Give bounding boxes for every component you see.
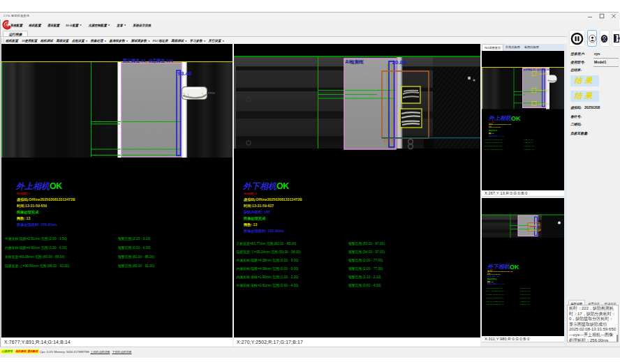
camera-title-lower: 外下相机 bbox=[243, 182, 276, 190]
user-button[interactable] bbox=[587, 30, 597, 47]
camera-panel-upper[interactable]: 固定阈值:93, 动态阈值:100 93.48 外上相机 OK NG光源1:1 … bbox=[1, 44, 232, 338]
comm-status-badge: 通讯断线 bbox=[27, 349, 39, 354]
log-output[interactable]: 耗时：222，缺陷检测耗时：17，缺陷分类耗时：0，缺陷提取分区耗时：显示图提取… bbox=[567, 305, 619, 342]
ai-rect-label: AI检测框 bbox=[346, 59, 364, 65]
pixel-coords-mini-upper: X:267;Y:13;R:0;G:0;B:0 bbox=[482, 190, 564, 197]
menu-item[interactable]: 通讯配置 ▾ bbox=[47, 24, 60, 27]
menu-item[interactable]: 系统语言切换 ▾ bbox=[133, 24, 151, 27]
model-field[interactable] bbox=[593, 61, 619, 67]
dropdown-arrow-icon: ▾ bbox=[148, 40, 149, 43]
menu-item[interactable]: 光源控制配置 ▾ bbox=[88, 24, 110, 27]
dropdown-arrow-icon: ▾ bbox=[204, 40, 205, 43]
toolbar-item[interactable]: 基准线参数 ▾ bbox=[109, 39, 128, 43]
ng-light-label-mid: NG光源1:0 bbox=[244, 192, 257, 195]
pause-icon bbox=[570, 32, 584, 45]
scene-background-left bbox=[1, 62, 117, 158]
camera-panel-lower[interactable]: AI检测框 20.88 N.6 L.8 外下相机 OK NG光源1:0 虚拟码:… bbox=[234, 44, 480, 338]
dropdown-arrow-icon: ▾ bbox=[186, 40, 187, 43]
toolbar-item[interactable]: 测试项参数 ▾ bbox=[131, 39, 149, 43]
toolbar-item[interactable]: 图像处理 ▾ bbox=[90, 39, 105, 43]
dropdown-arrow-icon: ▾ bbox=[80, 24, 82, 26]
threshold-label: 固定阈值:93, 动态阈值:100 bbox=[123, 58, 174, 63]
menu-item[interactable]: 查看 ▾ bbox=[117, 24, 126, 27]
dropdown-arrow-icon: ▾ bbox=[105, 40, 106, 43]
toolbar-item[interactable]: PLC地址表 ▾ bbox=[153, 39, 168, 43]
lower-camera-check-link[interactable]: 下相机点检结果 bbox=[112, 350, 132, 354]
log-scrollbar[interactable] bbox=[617, 335, 618, 342]
operator-button[interactable] bbox=[600, 30, 610, 47]
measure-value-blue-mid: 20.88 bbox=[392, 59, 407, 66]
camera-status-badge: 相机断线 bbox=[15, 349, 27, 354]
ng-light-label: NG光源1:1 bbox=[17, 192, 30, 195]
brown-rect-mark: N.6 L.8 bbox=[383, 139, 394, 143]
process-time-line: 图像处理耗时: 256.00ms bbox=[17, 222, 57, 227]
sidebar-buttons bbox=[569, 30, 620, 47]
exit-door-icon bbox=[613, 33, 620, 43]
toolbar-item[interactable]: 点检设置 ▾ bbox=[72, 39, 87, 43]
loop-count-line: 圈数: 13 bbox=[17, 216, 30, 221]
dropdown-arrow-icon: ▾ bbox=[126, 40, 128, 43]
mini-tab[interactable]: NG成图显示 bbox=[482, 44, 503, 51]
camera-title-upper: 外上相机 bbox=[16, 182, 50, 190]
mini-title-upper: 外上相机 bbox=[489, 116, 511, 121]
mini-panel-upper[interactable]: 上极耳Ng:0 中极耳Ng:0 下极耳Ng:0 固定阈值:93, 动态阈值:10… bbox=[482, 51, 564, 190]
mini-tab[interactable]: 所有内极图 bbox=[503, 44, 522, 51]
virtual-code-line: 虚拟码:Offline2025020813313472B bbox=[17, 197, 75, 202]
close-icon bbox=[611, 13, 617, 19]
pause-button[interactable] bbox=[569, 30, 585, 47]
pixel-coords-upper: X:7677;Y:891;R:14;G:14;B:14 bbox=[1, 338, 232, 347]
mini-tabs: NG成图显示 所有内极图 截图内极图 bbox=[482, 44, 564, 51]
menubar: 系统配置 ▾ 相机配置 ▾ 通讯配置 ▾ IO卡配置 ▾ bbox=[1, 20, 619, 31]
toolbar-item[interactable]: 相机调试 ▾ bbox=[40, 39, 53, 43]
minimize-button[interactable] bbox=[586, 13, 593, 19]
menu-item[interactable]: IO卡配置 ▾ bbox=[66, 24, 82, 27]
sidebar: 登录用户: cys 使用型号: Model1 总结果: 结果 结果 虚拟码: 2… bbox=[567, 28, 620, 347]
toolbar-item[interactable]: 相机配置 ▾ bbox=[6, 39, 18, 43]
heartbeat-status-badge: 心跳信号 bbox=[1, 349, 13, 354]
model-label: 使用型号: bbox=[570, 60, 585, 64]
login-user-label: 登录用户: bbox=[570, 52, 585, 56]
dropdown-arrow-icon: ▾ bbox=[124, 24, 126, 26]
exit-button[interactable] bbox=[612, 30, 620, 47]
login-user-field[interactable] bbox=[593, 52, 619, 59]
main-area: 固定阈值:93, 动态阈值:100 93.48 外上相机 OK NG光源1:1 … bbox=[0, 44, 620, 347]
menu-item[interactable]: 相机配置 ▾ bbox=[29, 24, 41, 27]
mini-code-upper: 虚拟码:Offline2025020813313472B bbox=[489, 123, 511, 125]
dropdown-arrow-icon: ▾ bbox=[108, 24, 110, 26]
negative-tab-count-label: 负极耳数量: bbox=[570, 131, 589, 135]
toolbar-item[interactable]: 学习参数 ▾ bbox=[190, 39, 205, 43]
mini-panel-lower[interactable]: 固定阈值:93 动态阈值:100 外下相机 OK NG光源1:0 虚拟码:Off… bbox=[482, 198, 564, 336]
menu-item[interactable]: 系统配置 ▾ bbox=[10, 24, 23, 27]
toolbar-item[interactable]: 高级设置 ▾ bbox=[56, 39, 68, 43]
virtual-code-value: 20250208 bbox=[584, 105, 600, 109]
process-done-line: 图像处理完成 bbox=[17, 210, 38, 215]
mini-tag-3: 下极耳Ng:0 bbox=[538, 103, 549, 105]
needle-number-label: 卷针号: bbox=[570, 114, 582, 119]
toolbar-item[interactable]: AI使用配置 ▾ bbox=[22, 39, 38, 43]
ai-time-line-mid: 缺陷AI耗时: 165 bbox=[244, 210, 270, 215]
maximize-button[interactable] bbox=[598, 13, 605, 19]
virtual-code-label: 虚拟码: bbox=[570, 105, 582, 109]
mini-threshold-label: 固定阈值:93, 动态阈值:100 bbox=[524, 68, 550, 71]
toolbar-item[interactable]: 其它设置 ▾ bbox=[208, 39, 223, 43]
mini-bot-tag-1: 固定阈值:93 bbox=[529, 224, 540, 227]
close-button[interactable] bbox=[610, 13, 617, 19]
result-box-upper: 结果 bbox=[570, 75, 599, 86]
toolbar-item[interactable]: 高级调试 ▾ bbox=[171, 39, 186, 43]
mini-code-lower: 虚拟码:Offline2025020813313472B bbox=[487, 271, 512, 273]
cpu-memory-status: Cpu: 0.0% Memory: 3424.41796875M bbox=[40, 350, 89, 354]
time-line-mid: 时间:13-31-59-627 bbox=[244, 204, 274, 208]
measure-value-blue: 93.48 bbox=[178, 70, 193, 77]
qr-code-label: 二维码: bbox=[570, 122, 582, 126]
tabstrip: 运行图像 bbox=[1, 31, 619, 36]
loop-count-line-mid: 圈数: 13 bbox=[244, 222, 257, 227]
user-icon bbox=[589, 34, 596, 43]
mini-tab[interactable]: 截图内极图 bbox=[522, 44, 541, 51]
menu-items: 系统配置 ▾ 相机配置 ▾ 通讯配置 ▾ IO卡配置 ▾ bbox=[10, 20, 158, 31]
dropdown-arrow-icon: ▾ bbox=[223, 40, 224, 43]
pixel-coords-mini-lower: X:311;Y:980;R:0;G:0;B:0 bbox=[482, 336, 564, 342]
virtual-code-line-mid: 虚拟码:Offline2025020813313472B bbox=[244, 197, 302, 202]
total-result-label: 总结果: bbox=[570, 68, 582, 72]
upper-camera-check-link[interactable]: 上相机点检结果 bbox=[91, 350, 110, 354]
process-done-line-mid: 图像处理完成 bbox=[244, 216, 265, 221]
